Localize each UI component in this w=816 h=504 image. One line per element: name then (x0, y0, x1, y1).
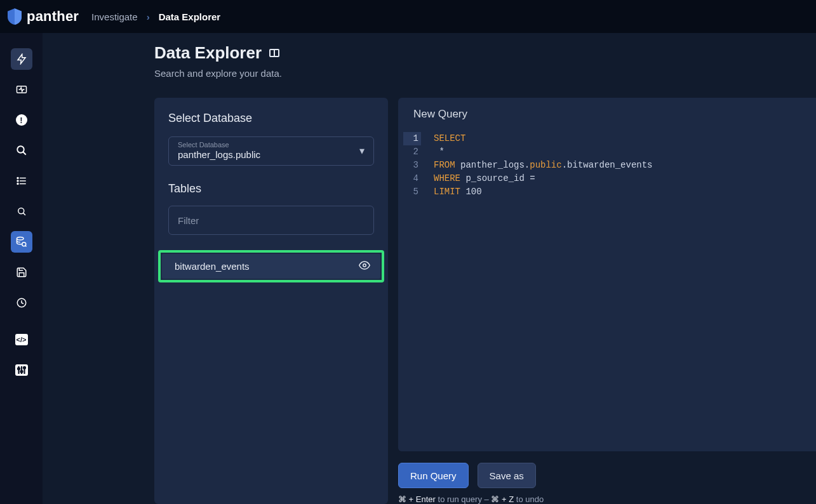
svg-line-13 (25, 246, 27, 247)
bolt-icon (16, 53, 27, 65)
keyboard-hints: ⌘ + Enter to run query – ⌘ + Z to undo (398, 494, 816, 504)
select-database-heading: Select Database (168, 112, 374, 125)
nav-alert[interactable]: ! (11, 109, 32, 131)
database-select-label: Select Database (178, 141, 260, 149)
breadcrumb-investigate[interactable]: Investigate (91, 11, 138, 22)
nav-list[interactable] (11, 170, 32, 192)
search-icon (16, 145, 27, 156)
svg-point-9 (18, 208, 23, 214)
query-title: New Query (398, 98, 816, 132)
editor-body[interactable]: SELECT * FROM panther_logs.public.bitwar… (426, 132, 816, 451)
save-icon (16, 267, 27, 278)
database-select-value: panther_logs.public (178, 149, 260, 160)
top-bar: panther Investigate › Data Explorer (0, 0, 816, 33)
nav-small-search[interactable] (11, 201, 32, 222)
nav-tuning[interactable] (11, 359, 32, 381)
page-header: Data Explorer (154, 43, 816, 63)
content-area: Data Explorer Search and explore your da… (43, 33, 816, 504)
editor-gutter: 1 2 3 4 5 (398, 132, 426, 451)
alert-icon: ! (16, 114, 27, 126)
svg-point-6 (17, 178, 18, 179)
svg-point-19 (20, 371, 22, 373)
brand-text: panther (27, 8, 79, 25)
panther-shield-icon (8, 8, 22, 25)
table-row[interactable]: bitwarden_events (162, 254, 380, 279)
svg-line-2 (23, 152, 26, 155)
breadcrumb-data-explorer[interactable]: Data Explorer (159, 11, 221, 22)
data-explorer-icon (16, 236, 27, 248)
eye-icon[interactable] (359, 261, 370, 272)
nav-bolt[interactable] (11, 48, 32, 70)
left-nav: ! </> (0, 33, 43, 504)
svg-point-12 (22, 242, 25, 246)
brand-logo[interactable]: panther (8, 8, 79, 25)
save-as-button[interactable]: Save as (478, 463, 536, 488)
editor-card: New Query 1 2 3 4 5 SELECT * FROM panthe… (398, 98, 816, 451)
tables-filter-input[interactable] (169, 206, 373, 234)
database-panel: Select Database Select Database panther_… (154, 98, 388, 504)
nav-search[interactable] (11, 140, 32, 161)
breadcrumb: Investigate › Data Explorer (91, 11, 220, 22)
chevron-down-icon: ▾ (359, 145, 365, 157)
query-actions: Run Query Save as (398, 451, 816, 488)
run-query-button[interactable]: Run Query (398, 463, 469, 488)
svg-line-10 (23, 213, 25, 215)
svg-point-7 (17, 180, 18, 182)
svg-point-20 (23, 367, 25, 369)
docs-icon[interactable] (269, 49, 279, 57)
svg-point-18 (18, 368, 20, 369)
nav-activity[interactable] (11, 79, 32, 100)
list-icon (16, 175, 27, 187)
svg-point-1 (17, 146, 24, 153)
query-panel: New Query 1 2 3 4 5 SELECT * FROM panthe… (398, 98, 816, 504)
page-subtitle: Search and explore your data. (154, 68, 816, 79)
tables-filter[interactable] (168, 206, 374, 235)
svg-point-8 (17, 183, 18, 185)
small-search-icon (16, 206, 27, 217)
svg-point-21 (363, 264, 366, 267)
nav-code[interactable]: </> (11, 329, 32, 350)
tables-heading: Tables (168, 182, 374, 196)
page-title: Data Explorer (154, 43, 262, 63)
nav-save[interactable] (11, 262, 32, 283)
tuning-icon (15, 364, 28, 376)
database-select[interactable]: Select Database panther_logs.public ▾ (168, 136, 374, 166)
nav-data-explorer[interactable] (11, 231, 32, 253)
history-icon (16, 297, 27, 308)
chevron-right-icon: › (147, 11, 150, 22)
activity-icon (16, 84, 27, 95)
sql-editor[interactable]: 1 2 3 4 5 SELECT * FROM panther_logs.pub… (398, 132, 816, 451)
nav-history[interactable] (11, 292, 32, 314)
code-icon: </> (15, 334, 28, 345)
table-row-name: bitwarden_events (175, 261, 250, 272)
svg-point-11 (17, 237, 23, 241)
table-highlight-box: bitwarden_events (158, 250, 384, 282)
